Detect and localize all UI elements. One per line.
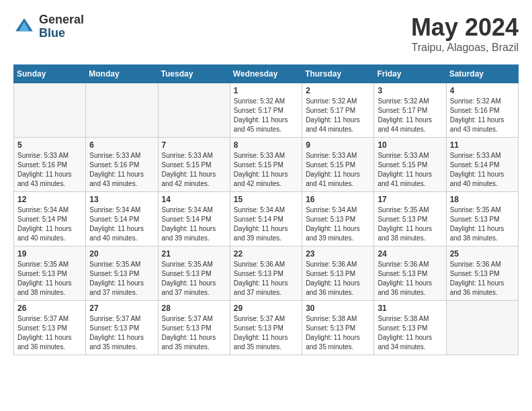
day-number: 15 <box>234 195 298 204</box>
day-of-week-header: Sunday <box>14 65 86 83</box>
day-info: Sunrise: 5:34 AM Sunset: 5:14 PM Dayligh… <box>162 205 226 243</box>
day-of-week-header: Monday <box>86 65 158 83</box>
day-info: Sunrise: 5:33 AM Sunset: 5:15 PM Dayligh… <box>162 151 226 189</box>
calendar-cell: 8Sunrise: 5:33 AM Sunset: 5:15 PM Daylig… <box>230 138 302 192</box>
calendar-cell: 17Sunrise: 5:35 AM Sunset: 5:13 PM Dayli… <box>374 192 446 246</box>
day-info: Sunrise: 5:33 AM Sunset: 5:16 PM Dayligh… <box>89 151 154 189</box>
calendar-week-row: 1Sunrise: 5:32 AM Sunset: 5:17 PM Daylig… <box>14 83 519 138</box>
day-of-week-header: Thursday <box>302 65 374 83</box>
calendar-week-row: 5Sunrise: 5:33 AM Sunset: 5:16 PM Daylig… <box>14 138 519 192</box>
page-header: General Blue May 2024 Traipu, Alagoas, B… <box>13 13 519 54</box>
calendar-week-row: 26Sunrise: 5:37 AM Sunset: 5:13 PM Dayli… <box>14 301 519 355</box>
day-info: Sunrise: 5:33 AM Sunset: 5:15 PM Dayligh… <box>378 151 442 189</box>
calendar-cell: 18Sunrise: 5:35 AM Sunset: 5:13 PM Dayli… <box>446 192 518 246</box>
logo-general-text: General <box>39 13 84 27</box>
day-info: Sunrise: 5:32 AM Sunset: 5:16 PM Dayligh… <box>450 97 515 134</box>
calendar-cell: 9Sunrise: 5:33 AM Sunset: 5:15 PM Daylig… <box>302 138 374 192</box>
day-number: 14 <box>162 195 226 204</box>
calendar-cell: 2Sunrise: 5:32 AM Sunset: 5:17 PM Daylig… <box>302 83 374 138</box>
day-of-week-header: Tuesday <box>158 65 230 83</box>
day-info: Sunrise: 5:36 AM Sunset: 5:13 PM Dayligh… <box>450 260 515 298</box>
day-number: 4 <box>450 86 515 95</box>
calendar-cell: 6Sunrise: 5:33 AM Sunset: 5:16 PM Daylig… <box>86 138 158 192</box>
day-info: Sunrise: 5:36 AM Sunset: 5:13 PM Dayligh… <box>306 260 370 298</box>
day-info: Sunrise: 5:35 AM Sunset: 5:13 PM Dayligh… <box>89 260 154 298</box>
calendar-cell: 14Sunrise: 5:34 AM Sunset: 5:14 PM Dayli… <box>158 192 230 246</box>
calendar-title: May 2024 <box>411 13 519 42</box>
day-number: 9 <box>306 140 370 150</box>
title-section: May 2024 Traipu, Alagoas, Brazil <box>411 13 519 54</box>
calendar-cell: 16Sunrise: 5:34 AM Sunset: 5:13 PM Dayli… <box>302 192 374 246</box>
day-number: 25 <box>450 249 515 259</box>
day-number: 23 <box>306 249 370 259</box>
day-number: 19 <box>17 249 82 259</box>
calendar-cell: 22Sunrise: 5:36 AM Sunset: 5:13 PM Dayli… <box>230 246 302 301</box>
calendar-cell: 5Sunrise: 5:33 AM Sunset: 5:16 PM Daylig… <box>14 138 86 192</box>
calendar-week-row: 12Sunrise: 5:34 AM Sunset: 5:14 PM Dayli… <box>14 192 519 246</box>
day-number: 16 <box>306 195 370 204</box>
day-info: Sunrise: 5:38 AM Sunset: 5:13 PM Dayligh… <box>306 314 370 352</box>
day-number: 24 <box>378 249 442 259</box>
day-info: Sunrise: 5:33 AM Sunset: 5:15 PM Dayligh… <box>306 151 370 189</box>
day-info: Sunrise: 5:34 AM Sunset: 5:13 PM Dayligh… <box>306 205 370 243</box>
day-info: Sunrise: 5:32 AM Sunset: 5:17 PM Dayligh… <box>306 97 370 134</box>
calendar-cell <box>158 83 230 138</box>
day-number: 28 <box>162 304 226 313</box>
day-info: Sunrise: 5:32 AM Sunset: 5:17 PM Dayligh… <box>378 97 442 134</box>
day-info: Sunrise: 5:35 AM Sunset: 5:13 PM Dayligh… <box>378 205 442 243</box>
day-info: Sunrise: 5:35 AM Sunset: 5:13 PM Dayligh… <box>450 205 515 243</box>
day-number: 31 <box>378 304 442 313</box>
day-info: Sunrise: 5:34 AM Sunset: 5:14 PM Dayligh… <box>17 205 82 243</box>
calendar-cell: 23Sunrise: 5:36 AM Sunset: 5:13 PM Dayli… <box>302 246 374 301</box>
calendar-table: SundayMondayTuesdayWednesdayThursdayFrid… <box>13 64 519 355</box>
day-number: 30 <box>306 304 370 313</box>
day-number: 1 <box>234 86 298 95</box>
day-of-week-header: Saturday <box>446 65 518 83</box>
logo-text: General Blue <box>39 13 84 40</box>
calendar-cell: 7Sunrise: 5:33 AM Sunset: 5:15 PM Daylig… <box>158 138 230 192</box>
logo-blue-text: Blue <box>39 27 84 40</box>
calendar-cell: 4Sunrise: 5:32 AM Sunset: 5:16 PM Daylig… <box>446 83 518 138</box>
calendar-cell <box>14 83 86 138</box>
calendar-cell <box>86 83 158 138</box>
day-info: Sunrise: 5:37 AM Sunset: 5:13 PM Dayligh… <box>17 314 82 352</box>
day-number: 11 <box>450 140 515 150</box>
calendar-cell <box>446 301 518 355</box>
calendar-cell: 19Sunrise: 5:35 AM Sunset: 5:13 PM Dayli… <box>14 246 86 301</box>
day-number: 6 <box>89 140 154 150</box>
calendar-cell: 31Sunrise: 5:38 AM Sunset: 5:13 PM Dayli… <box>374 301 446 355</box>
day-info: Sunrise: 5:36 AM Sunset: 5:13 PM Dayligh… <box>234 260 298 298</box>
day-number: 21 <box>162 249 226 259</box>
day-of-week-header: Friday <box>374 65 446 83</box>
day-number: 5 <box>17 140 82 150</box>
calendar-cell: 24Sunrise: 5:36 AM Sunset: 5:13 PM Dayli… <box>374 246 446 301</box>
day-info: Sunrise: 5:37 AM Sunset: 5:13 PM Dayligh… <box>234 314 298 352</box>
day-info: Sunrise: 5:37 AM Sunset: 5:13 PM Dayligh… <box>162 314 226 352</box>
calendar-cell: 13Sunrise: 5:34 AM Sunset: 5:14 PM Dayli… <box>86 192 158 246</box>
calendar-week-row: 19Sunrise: 5:35 AM Sunset: 5:13 PM Dayli… <box>14 246 519 301</box>
day-number: 27 <box>89 304 154 313</box>
day-info: Sunrise: 5:34 AM Sunset: 5:14 PM Dayligh… <box>234 205 298 243</box>
calendar-cell: 12Sunrise: 5:34 AM Sunset: 5:14 PM Dayli… <box>14 192 86 246</box>
calendar-cell: 25Sunrise: 5:36 AM Sunset: 5:13 PM Dayli… <box>446 246 518 301</box>
day-info: Sunrise: 5:34 AM Sunset: 5:14 PM Dayligh… <box>89 205 154 243</box>
calendar-cell: 27Sunrise: 5:37 AM Sunset: 5:13 PM Dayli… <box>86 301 158 355</box>
day-info: Sunrise: 5:33 AM Sunset: 5:16 PM Dayligh… <box>17 151 82 189</box>
day-number: 2 <box>306 86 370 95</box>
calendar-cell: 29Sunrise: 5:37 AM Sunset: 5:13 PM Dayli… <box>230 301 302 355</box>
day-info: Sunrise: 5:32 AM Sunset: 5:17 PM Dayligh… <box>234 97 298 134</box>
day-number: 20 <box>89 249 154 259</box>
day-number: 8 <box>234 140 298 150</box>
day-info: Sunrise: 5:33 AM Sunset: 5:14 PM Dayligh… <box>450 151 515 189</box>
calendar-cell: 1Sunrise: 5:32 AM Sunset: 5:17 PM Daylig… <box>230 83 302 138</box>
calendar-subtitle: Traipu, Alagoas, Brazil <box>411 42 519 54</box>
day-number: 13 <box>89 195 154 204</box>
calendar-cell: 26Sunrise: 5:37 AM Sunset: 5:13 PM Dayli… <box>14 301 86 355</box>
day-info: Sunrise: 5:33 AM Sunset: 5:15 PM Dayligh… <box>234 151 298 189</box>
logo: General Blue <box>13 13 84 40</box>
day-number: 29 <box>234 304 298 313</box>
calendar-header-row: SundayMondayTuesdayWednesdayThursdayFrid… <box>14 65 519 83</box>
calendar-cell: 21Sunrise: 5:35 AM Sunset: 5:13 PM Dayli… <box>158 246 230 301</box>
logo-icon <box>13 16 35 38</box>
day-number: 3 <box>378 86 442 95</box>
